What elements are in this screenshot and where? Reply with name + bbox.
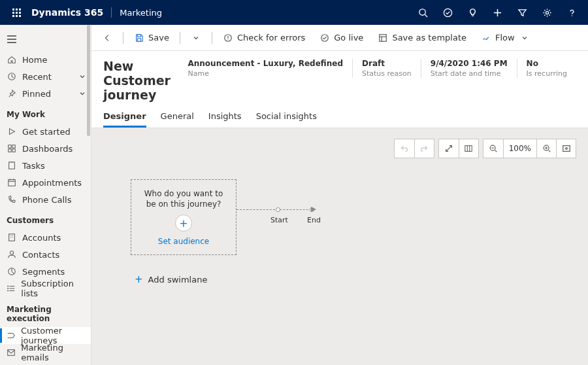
sidebar-section: Marketing execution [0, 297, 91, 327]
mail-icon [7, 347, 16, 358]
dashboard-icon [7, 143, 17, 154]
svg-rect-39 [137, 38, 140, 41]
svg-rect-21 [9, 234, 15, 241]
expand-button[interactable] [439, 139, 459, 158]
save-label: Save [148, 33, 169, 43]
sidebar-item-label: Tasks [22, 161, 45, 171]
divider [111, 7, 112, 18]
filter-icon[interactable] [510, 0, 534, 25]
sidebar-item-label: Appointments [22, 178, 82, 188]
minimap-button[interactable] [459, 139, 478, 158]
check-errors-button[interactable]: Check for errors [218, 27, 310, 48]
designer-canvas[interactable]: 100% Who do you want to be on this journ… [91, 128, 588, 365]
sidebar-item-label: Pinned [22, 89, 51, 99]
gear-icon[interactable] [534, 0, 559, 25]
search-icon[interactable] [410, 0, 435, 25]
sidebar-item-subscription-lists[interactable]: Subscription lists [0, 280, 91, 297]
command-bar: Save Check for errors Go live Save as te… [91, 25, 588, 51]
sidebar-section: Customers [0, 208, 91, 229]
sidebar-item-home[interactable]: Home [0, 51, 91, 68]
save-button[interactable]: Save [129, 27, 174, 48]
svg-rect-13 [12, 145, 15, 148]
add-audience-button[interactable]: + [175, 215, 192, 232]
audience-tile[interactable]: Who do you want to be on this journey? +… [131, 179, 237, 255]
flow-icon [481, 33, 491, 43]
svg-rect-15 [12, 149, 15, 152]
list-icon [7, 283, 16, 294]
hamburger-toggle[interactable] [3, 30, 21, 48]
pin-icon [7, 88, 17, 99]
zoom-in-button[interactable] [536, 139, 556, 158]
check-errors-label: Check for errors [237, 33, 305, 43]
zoom-level[interactable]: 100% [503, 139, 536, 158]
set-audience-link[interactable]: Set audience [158, 237, 209, 246]
sidebar-item-pinned[interactable]: Pinned [0, 85, 91, 102]
save-icon [134, 33, 144, 43]
sidebar-scrollbar[interactable] [87, 25, 90, 136]
svg-rect-12 [8, 145, 11, 148]
save-dropdown[interactable] [186, 27, 206, 48]
tab-general[interactable]: General [161, 106, 194, 128]
task-icon[interactable] [435, 0, 460, 25]
redo-button[interactable] [414, 139, 434, 158]
sidebar-item-recent[interactable]: Recent [0, 68, 91, 85]
lightbulb-icon[interactable] [460, 0, 485, 25]
tab-insights[interactable]: Insights [208, 106, 242, 128]
svg-line-51 [495, 150, 497, 152]
zoom-out-button[interactable] [483, 139, 503, 158]
fit-button[interactable] [556, 139, 576, 158]
undo-button[interactable] [395, 139, 414, 158]
sidebar-item-label: Subscription lists [21, 279, 86, 298]
app-launcher-button[interactable] [4, 0, 29, 25]
go-live-button[interactable]: Go live [314, 27, 368, 48]
sidebar-item-accounts[interactable]: Accounts [0, 229, 91, 246]
sidebar-item-label: Marketing emails [21, 343, 86, 362]
svg-point-26 [10, 251, 13, 254]
sidebar-item-label: Accounts [22, 233, 61, 243]
plus-icon: + [135, 273, 143, 285]
building-icon [7, 232, 17, 243]
start-node[interactable] [276, 207, 280, 212]
svg-point-42 [227, 39, 228, 40]
chevron-down-icon [79, 90, 86, 97]
end-label: End [307, 216, 321, 224]
sidebar-item-marketing-emails[interactable]: Marketing emails [0, 344, 91, 361]
meta-start-date: 9/4/2020 1:46 PMStart date and time [421, 59, 517, 78]
sidebar-item-contacts[interactable]: Contacts [0, 246, 91, 263]
tab-social-insights[interactable]: Social insights [256, 106, 317, 128]
svg-line-54 [548, 150, 550, 152]
add-swimlane-button[interactable]: + Add swimlane [135, 273, 207, 285]
sidebar-item-phone-calls[interactable]: Phone Calls [0, 191, 91, 208]
flow-button[interactable]: Flow [476, 27, 533, 48]
sidebar-item-get-started[interactable]: Get started [0, 123, 91, 140]
help-icon[interactable] [559, 0, 584, 25]
journey-icon [7, 330, 16, 341]
svg-point-32 [8, 288, 8, 289]
sidebar-item-customer-journeys[interactable]: Customer journeys [0, 327, 91, 344]
brand-label: Dynamics 365 [31, 7, 103, 18]
tab-designer[interactable]: Designer [103, 106, 146, 128]
page-header: New Customer journey Announcement - Luxu… [91, 51, 588, 106]
separator [180, 32, 180, 44]
add-icon[interactable] [485, 0, 510, 25]
save-template-button[interactable]: Save as template [372, 27, 472, 48]
sidebar-item-appointments[interactable]: Appointments [0, 174, 91, 191]
calendar-icon [7, 177, 17, 188]
svg-rect-34 [8, 350, 15, 356]
svg-point-2 [444, 9, 451, 16]
back-button[interactable] [97, 27, 118, 48]
play-icon [7, 126, 17, 137]
separator [212, 32, 212, 44]
sidebar-item-dashboards[interactable]: Dashboards [0, 140, 91, 157]
template-icon [378, 33, 388, 43]
tab-bar: Designer General Insights Social insight… [91, 106, 588, 128]
sidebar-item-label: Segments [22, 267, 65, 277]
meta-name: Announcement - Luxury, RedefinedName [178, 59, 352, 78]
svg-rect-38 [137, 34, 140, 37]
svg-rect-57 [563, 146, 570, 152]
sidebar-item-segments[interactable]: Segments [0, 263, 91, 280]
save-template-label: Save as template [392, 33, 466, 43]
clipboard-icon [7, 160, 17, 171]
sidebar-item-tasks[interactable]: Tasks [0, 157, 91, 174]
sidebar-item-label: Home [22, 55, 47, 65]
